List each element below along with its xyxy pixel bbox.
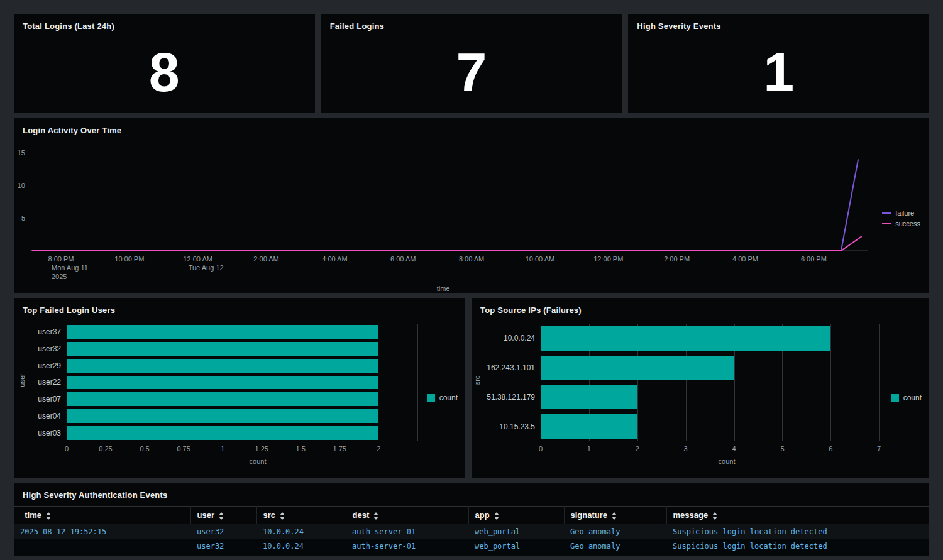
x-tick-label: 0 (539, 445, 543, 453)
category-label: user03 (23, 424, 67, 441)
table-cell[interactable]: web_portal (468, 524, 564, 539)
bar-user03[interactable] (67, 426, 378, 440)
category-axis: user37user32user29user22user07user04user… (23, 324, 67, 455)
bar-10.15.23.5[interactable] (541, 414, 637, 438)
x-tick-label: 10:00 AM (526, 255, 554, 263)
sort-icon[interactable] (46, 512, 51, 520)
kpi-value: 8 (14, 31, 315, 113)
category-label: 162.243.1.101 (480, 353, 541, 383)
y-tick-label: 10 (18, 182, 25, 189)
y-axis-title: src (473, 376, 481, 385)
x-tick-label: 5 (780, 445, 784, 453)
category-axis: 10.0.0.24162.243.1.10151.38.121.17910.15… (480, 324, 541, 455)
bar-user07[interactable] (67, 392, 378, 406)
series-success[interactable] (32, 236, 862, 251)
column-label: app (475, 510, 490, 520)
table-cell[interactable]: Geo anomaly (564, 539, 666, 553)
table-cell[interactable]: Suspicious login location detected (666, 524, 929, 539)
table-cell[interactable]: user32 (190, 524, 256, 539)
x-axis-title: _time (14, 285, 869, 292)
column-label: dest (353, 510, 370, 520)
column-label: _time (20, 510, 41, 520)
bar-user22[interactable] (67, 376, 378, 390)
bar-row: Top Failed Login Users useruser37user32u… (14, 298, 929, 478)
table-cell[interactable]: Geo anomaly (564, 524, 666, 539)
x-tick-label: 2 (636, 445, 639, 453)
bar-162.243.1.101[interactable] (541, 356, 734, 380)
legend-count[interactable]: count (891, 393, 922, 402)
x-tick-label: 6:00 AM (390, 255, 416, 263)
sort-icon[interactable] (280, 512, 285, 520)
kpi-panel-total-logins: Total Logins (Last 24h) 8 (14, 14, 315, 113)
column-header-app[interactable]: app (468, 507, 564, 524)
bar-chart-body: user37user32user29user22user07user04user… (23, 324, 449, 455)
table-cell[interactable]: 10.0.0.24 (256, 524, 346, 539)
column-header-dest[interactable]: dest (346, 507, 468, 524)
bar-row (541, 324, 913, 353)
category-label: user37 (23, 324, 67, 341)
bar-chart-users: useruser37user32user29user22user07user04… (14, 324, 465, 465)
table-cell[interactable]: user32 (190, 539, 256, 553)
bar-user32[interactable] (67, 342, 378, 356)
sort-icon[interactable] (612, 512, 617, 520)
table-row: 2025-08-12 19:52:15user3210.0.0.24auth-s… (14, 524, 929, 539)
legend-swatch (427, 394, 435, 402)
table-cell[interactable] (14, 539, 190, 553)
table-cell[interactable]: 10.0.0.24 (256, 539, 346, 553)
legend-label: success (895, 220, 920, 228)
security-dashboard: Total Logins (Last 24h) 8 Failed Logins … (0, 0, 943, 560)
x-tick-label: 0 (65, 445, 69, 453)
column-label: signature (571, 510, 608, 520)
x-tick-label: 2:00 PM (664, 255, 690, 263)
bar-51.38.121.179[interactable] (541, 385, 637, 409)
y-axis-title: user (18, 373, 26, 387)
bar-10.0.0.24[interactable] (541, 326, 830, 350)
bar-chart-ips: src10.0.0.24162.243.1.10151.38.121.17910… (472, 324, 929, 465)
legend-item-success[interactable]: success (882, 220, 920, 228)
legend-swatch (882, 223, 891, 224)
category-label: user22 (23, 374, 67, 391)
category-label: user04 (23, 408, 67, 425)
bar-user37[interactable] (67, 325, 378, 339)
column-header-user[interactable]: user (190, 507, 256, 524)
sort-icon[interactable] (373, 512, 378, 520)
legend-item-failure[interactable]: failure (882, 209, 920, 217)
column-label: message (673, 510, 709, 520)
line-chart-svg: 510158:00 PMMon Aug 11202510:00 PM12:00 … (14, 140, 869, 285)
legend-count[interactable]: count (427, 393, 458, 402)
line-chart-area: 510158:00 PMMon Aug 11202510:00 PM12:00 … (14, 140, 929, 285)
legend-swatch (882, 212, 891, 214)
series-failure[interactable] (32, 159, 858, 251)
x-tick-label: 0.5 (140, 445, 149, 453)
bar-user04[interactable] (67, 409, 378, 423)
x-tick-label: 1.75 (333, 445, 346, 453)
column-header-_time[interactable]: _time (14, 507, 190, 524)
kpi-value: 7 (321, 31, 622, 113)
x-tick-label: 8:00 PM (48, 255, 74, 263)
table-cell[interactable]: auth-server-01 (346, 524, 468, 539)
sort-icon[interactable] (219, 512, 224, 520)
kpi-row: Total Logins (Last 24h) 8 Failed Logins … (14, 14, 929, 113)
table-cell[interactable]: 2025-08-12 19:52:15 (14, 524, 190, 539)
bar-chart-body: 10.0.0.24162.243.1.10151.38.121.17910.15… (480, 324, 913, 455)
column-header-message[interactable]: message (666, 507, 929, 524)
category-label: 10.0.0.24 (480, 324, 541, 353)
column-header-src[interactable]: src (256, 507, 346, 524)
table-cell[interactable]: web_portal (468, 539, 564, 553)
bar-user29[interactable] (67, 359, 378, 373)
bar-row (67, 374, 449, 391)
column-header-signature[interactable]: signature (564, 507, 666, 524)
bars-layer (541, 324, 913, 441)
table-cell[interactable]: Suspicious login location detected (666, 539, 929, 553)
kpi-panel-failed-logins: Failed Logins 7 (321, 14, 622, 113)
x-tick-label: 6:00 PM (801, 255, 827, 263)
bar-row (67, 357, 449, 374)
sort-icon[interactable] (712, 512, 717, 520)
x-tick-label: 0.25 (99, 445, 112, 453)
top-source-ips-panel: Top Source IPs (Failures) src10.0.0.2416… (472, 298, 929, 478)
x-tick-label: 1.25 (255, 445, 268, 453)
sort-icon[interactable] (494, 512, 499, 520)
category-label: user29 (23, 357, 67, 374)
table-cell[interactable]: auth-server-01 (346, 539, 468, 553)
x-tick-sublabel: 2025 (52, 273, 67, 280)
